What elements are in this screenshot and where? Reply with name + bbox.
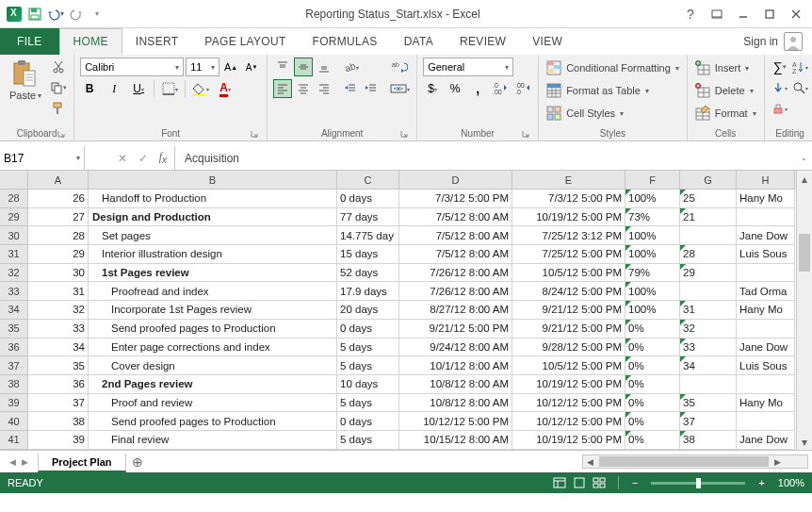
save-icon[interactable] [26, 6, 43, 23]
format-painter-button[interactable] [49, 99, 68, 118]
row-header[interactable]: 34 [0, 301, 28, 320]
redo-icon[interactable] [68, 6, 85, 23]
format-cells-button[interactable]: Format▾ [693, 103, 758, 124]
cell[interactable]: 10/19/12 5:00 PM [512, 375, 625, 394]
cell[interactable]: 10/19/12 5:00 PM [512, 431, 625, 450]
decrease-indent-button[interactable] [341, 79, 360, 98]
cell[interactable]: Hany Mo [737, 190, 795, 208]
row-header[interactable]: 31 [0, 245, 28, 264]
cut-button[interactable] [49, 58, 68, 76]
cancel-formula-icon[interactable]: ✕ [118, 152, 127, 165]
cell[interactable]: Handoff to Production [89, 190, 337, 208]
scroll-left-icon[interactable]: ◀ [583, 457, 597, 467]
cell[interactable]: 100% [625, 190, 680, 208]
cell[interactable]: 2nd Pages review [89, 375, 337, 394]
cell[interactable]: 100% [625, 282, 680, 301]
cell[interactable] [680, 375, 737, 394]
cell[interactable]: 0% [625, 356, 680, 375]
font-launcher-icon[interactable] [250, 129, 259, 139]
page-break-view-button[interactable] [590, 475, 609, 490]
cell[interactable]: 10/5/12 5:00 PM [512, 356, 625, 375]
row-header[interactable]: 28 [0, 190, 28, 208]
cell[interactable]: Hany Mo [737, 301, 795, 320]
cell[interactable]: 7/26/12 8:00 AM [399, 264, 512, 283]
cell[interactable]: 32 [28, 301, 89, 320]
cell[interactable]: 34 [28, 339, 89, 357]
sheet-tab-project-plan[interactable]: Project Plan [38, 454, 126, 472]
cell[interactable]: 10/5/12 5:00 PM [512, 264, 625, 283]
cell[interactable]: 7/5/12 8:00 AM [399, 226, 512, 245]
cell[interactable]: 7/5/12 8:00 AM [399, 245, 512, 264]
format-as-table-button[interactable]: Format as Table▾ [544, 80, 681, 101]
vertical-scrollbar[interactable]: ▴ ▾ [796, 171, 812, 450]
tab-file[interactable]: FILE [0, 28, 59, 55]
cell[interactable]: 10/8/12 8:00 AM [399, 375, 512, 394]
sign-in-button[interactable]: Sign in [734, 28, 812, 55]
cell[interactable]: Final review [89, 431, 337, 450]
merge-center-button[interactable]: ▾ [388, 79, 411, 98]
close-icon[interactable] [784, 3, 808, 25]
horizontal-scrollbar[interactable]: ◀ ▶ [582, 454, 808, 469]
borders-button[interactable]: ▾ [160, 79, 179, 98]
cell[interactable]: 79% [625, 264, 680, 283]
cell[interactable]: Jane Dow [737, 226, 795, 245]
cell-styles-button[interactable]: Cell Styles▾ [544, 103, 681, 124]
cell[interactable]: 35 [680, 394, 737, 413]
cell[interactable]: 9/21/12 5:00 PM [512, 301, 625, 320]
scroll-down-icon[interactable]: ▾ [797, 434, 812, 450]
increase-decimal-button[interactable]: .0.00 [491, 79, 510, 98]
align-center-button[interactable] [294, 79, 313, 98]
number-launcher-icon[interactable] [521, 129, 530, 139]
cell[interactable]: 0% [625, 339, 680, 357]
cell[interactable] [737, 412, 795, 431]
cell[interactable]: 8/27/12 8:00 AM [399, 301, 512, 320]
align-bottom-button[interactable] [315, 58, 333, 76]
align-left-button[interactable] [273, 79, 292, 98]
cell[interactable]: 100% [625, 301, 680, 320]
cell[interactable]: 10/12/12 5:00 PM [512, 394, 625, 413]
cell[interactable] [680, 282, 737, 301]
paste-button[interactable]: Paste▾ [6, 58, 45, 103]
cell[interactable]: 10/15/12 8:00 AM [399, 431, 512, 450]
row-header[interactable]: 40 [0, 412, 28, 431]
name-box[interactable]: B17▾ [0, 146, 85, 170]
cell[interactable]: 52 days [337, 264, 399, 283]
cell[interactable]: 5 days [337, 431, 399, 450]
cell[interactable]: 5 days [337, 339, 399, 357]
sort-filter-button[interactable]: AZ▾ [791, 58, 810, 76]
cell[interactable]: Design and Production [89, 208, 337, 227]
row-header[interactable]: 35 [0, 320, 28, 339]
cell[interactable]: 9/28/12 5:00 PM [512, 339, 625, 357]
cell[interactable] [737, 320, 795, 339]
cell[interactable]: 29 [680, 264, 737, 283]
column-header[interactable]: A [28, 171, 89, 190]
cell[interactable]: 28 [680, 245, 737, 264]
cell[interactable]: 35 [28, 356, 89, 375]
align-right-button[interactable] [315, 79, 333, 98]
cell[interactable]: 34 [680, 356, 737, 375]
column-header[interactable]: B [89, 171, 337, 190]
cell[interactable]: 0 days [337, 320, 399, 339]
cell[interactable]: 15 days [337, 245, 399, 264]
accounting-format-button[interactable]: $▾ [423, 79, 442, 98]
cell[interactable]: 73% [625, 208, 680, 227]
row-header[interactable]: 36 [0, 339, 28, 357]
cell[interactable]: 17.9 days [337, 282, 399, 301]
tab-home[interactable]: HOME [59, 28, 122, 55]
cell[interactable]: 30 [28, 264, 89, 283]
italic-button[interactable]: I [105, 79, 123, 98]
row-header[interactable]: 39 [0, 394, 28, 413]
cell[interactable]: 7/25/12 3:12 PM [512, 226, 625, 245]
alignment-launcher-icon[interactable] [399, 129, 409, 139]
cell[interactable]: 10/8/12 8:00 AM [399, 394, 512, 413]
cell[interactable]: 100% [625, 245, 680, 264]
cell[interactable]: 39 [28, 431, 89, 450]
clear-button[interactable]: ▾ [771, 99, 789, 118]
cell[interactable]: Proofread and index [89, 282, 337, 301]
cell[interactable] [737, 375, 795, 394]
column-header[interactable]: D [399, 171, 512, 190]
find-select-button[interactable]: ▾ [791, 78, 810, 97]
row-header[interactable]: 37 [0, 356, 28, 375]
column-header[interactable]: H [737, 171, 795, 190]
cell[interactable]: Send proofed pages to Production [89, 412, 337, 431]
